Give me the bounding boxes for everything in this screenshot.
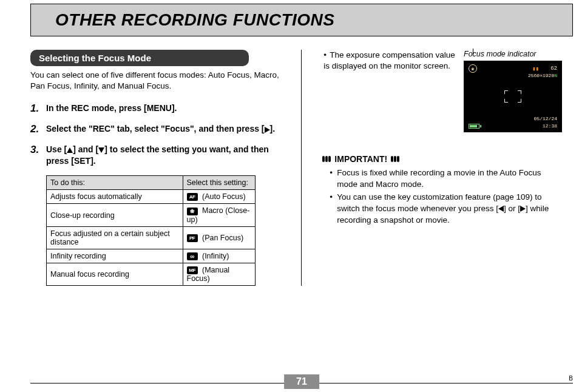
focus-mode-indicator-icon [469,64,477,73]
caption-leader-line [473,49,473,55]
step-1: 1. In the REC mode, press [MENU]. [30,103,288,115]
table-header: Select this setting: [183,176,255,190]
shot-count: 62 [550,66,557,72]
step-2: 2. Select the "REC" tab, select "Focus",… [30,123,288,135]
focus-mode-icon [187,252,198,260]
title-bar: OTHER RECORDING FUNCTIONS [30,4,573,36]
battery-icon [469,124,479,129]
table-row: Adjusts focus automaticallyAF (Auto Focu… [47,190,256,204]
page-footer: 71 B [30,383,573,384]
important-list: Focus is fixed while recording a movie i… [322,167,562,226]
step-number: 3. [30,144,46,167]
left-arrow-icon [498,206,504,212]
focus-mode-icon: MF [187,266,198,274]
focus-brackets-icon [504,90,521,103]
screen-caption: Focus mode indicator [464,50,562,58]
important-label: IMPORTANT! [334,154,387,164]
intro-text: You can select one of five different foc… [30,70,288,92]
table-row: Close-up recording Macro (Close-up) [47,204,256,226]
steps-list: 1. In the REC mode, press [MENU]. 2. Sel… [30,103,288,167]
section-heading: Selecting the Focus Mode [30,50,249,66]
step-number: 2. [30,123,46,135]
decoration-icon [391,156,399,162]
focus-mode-icon: PF [187,234,198,242]
content-columns: Selecting the Focus Mode You can select … [30,50,573,286]
step-number: 1. [30,103,46,115]
column-divider [301,50,302,286]
screen-preview-wrap: Focus mode indicator ▮▮ 62 2560×1920N 05… [464,50,562,132]
right-arrow-icon [520,206,526,212]
table-cell-setting: (Infinity) [183,249,255,263]
camera-screen-preview: ▮▮ 62 2560×1920N 05/12/24 12:38 [464,61,562,132]
table-cell-setting: MF (Manual Focus) [183,263,255,285]
focus-mode-icon: AF [187,193,198,201]
table-cell-setting: Macro (Close-up) [183,204,255,226]
camera-icon: ▮▮ [532,66,539,72]
table-cell-do: Adjusts focus automatically [47,190,183,204]
table-cell-setting: PF (Pan Focus) [183,226,255,249]
mode-label: (Infinity) [200,252,229,260]
date-readout: 05/12/24 [534,116,557,121]
focus-mode-icon [187,208,198,215]
up-arrow-icon [67,147,73,153]
table-cell-do: Close-up recording [47,204,183,226]
page-number: 71 [284,374,319,389]
step-text: Use [] and [] to select the setting you … [46,144,288,167]
list-item: Focus is fixed while recording a movie i… [322,167,562,191]
step-text: Select the "REC" tab, select "Focus", an… [46,123,275,135]
table-row: Infinity recording (Infinity) [47,249,256,263]
decoration-icon [322,156,331,162]
right-arrow-icon [265,127,270,133]
table-cell-do: Manual focus recording [47,263,183,285]
footer-mark: B [569,375,573,382]
step-3: 3. Use [] and [] to select the setting y… [30,144,288,167]
left-column: Selecting the Focus Mode You can select … [30,50,299,286]
table-cell-do: Focus adjusted on a certain subject dist… [47,226,183,249]
table-row: Manual focus recordingMF (Manual Focus) [47,263,256,285]
step-text: In the REC mode, press [MENU]. [46,103,177,115]
right-top-row: •The exposure compensation value is disp… [322,50,562,132]
exposure-note: •The exposure compensation value is disp… [322,50,456,72]
mode-label: (Pan Focus) [200,234,244,242]
time-readout: 12:38 [543,123,557,129]
focus-mode-table: To do this: Select this setting: Adjusts… [46,175,256,286]
right-column: •The exposure compensation value is disp… [304,50,573,286]
table-cell-setting: AF (Auto Focus) [183,190,255,204]
table-header: To do this: [47,176,183,190]
table-cell-do: Infinity recording [47,249,183,263]
page-title: OTHER RECORDING FUNCTIONS [31,10,335,30]
list-item: You can use the key customization featur… [322,192,562,226]
important-heading: IMPORTANT! [322,154,562,164]
down-arrow-icon [98,147,104,153]
resolution-readout: 2560×1920N [528,73,557,78]
table-row: Focus adjusted on a certain subject dist… [47,226,256,249]
mode-label: (Auto Focus) [200,192,246,201]
